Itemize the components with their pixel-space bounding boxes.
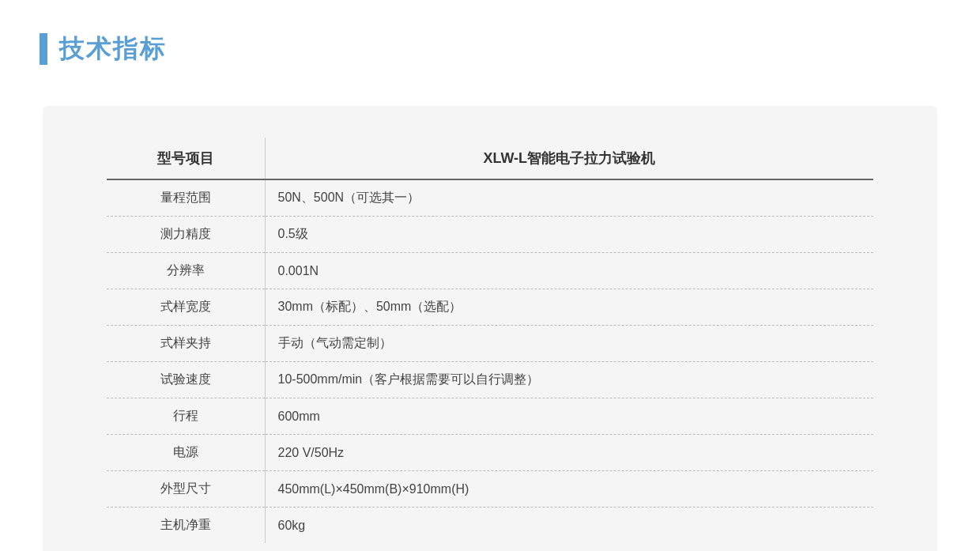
table-row: 行程 600mm bbox=[107, 398, 873, 435]
table-row: 试验速度 10-500mm/min（客户根据需要可以自行调整） bbox=[107, 362, 873, 398]
table-header-row: 型号项目 XLW-L智能电子拉力试验机 bbox=[107, 138, 873, 179]
section-title-text: 技术指标 bbox=[59, 32, 167, 66]
spec-value: 50N、500N（可选其一） bbox=[265, 179, 873, 217]
spec-value: 450mm(L)×450mm(B)×910mm(H) bbox=[265, 471, 873, 508]
spec-value: 10-500mm/min（客户根据需要可以自行调整） bbox=[265, 362, 873, 398]
spec-label: 式样宽度 bbox=[107, 289, 265, 326]
table-row: 式样夹持 手动（气动需定制） bbox=[107, 326, 873, 362]
header-col-model: 型号项目 bbox=[107, 138, 265, 179]
spec-label: 主机净重 bbox=[107, 508, 265, 544]
spec-label: 外型尺寸 bbox=[107, 471, 265, 508]
table-row: 式样宽度 30mm（标配）、50mm（选配） bbox=[107, 289, 873, 326]
specs-table: 型号项目 XLW-L智能电子拉力试验机 量程范围 50N、500N（可选其一） … bbox=[107, 138, 873, 543]
title-accent-bar bbox=[40, 33, 47, 65]
spec-value: 60kg bbox=[265, 508, 873, 544]
spec-label: 分辨率 bbox=[107, 253, 265, 289]
spec-label: 行程 bbox=[107, 398, 265, 435]
spec-label: 量程范围 bbox=[107, 179, 265, 217]
table-row: 测力精度 0.5级 bbox=[107, 217, 873, 253]
section-header: 技术指标 bbox=[40, 32, 940, 66]
table-row: 分辨率 0.001N bbox=[107, 253, 873, 289]
spec-value: 30mm（标配）、50mm（选配） bbox=[265, 289, 873, 326]
spec-label: 式样夹持 bbox=[107, 326, 265, 362]
spec-label: 试验速度 bbox=[107, 362, 265, 398]
table-row: 电源 220 V/50Hz bbox=[107, 435, 873, 471]
spec-value: 手动（气动需定制） bbox=[265, 326, 873, 362]
spec-value: 0.5级 bbox=[265, 217, 873, 253]
table-row: 主机净重 60kg bbox=[107, 508, 873, 544]
header-col-product: XLW-L智能电子拉力试验机 bbox=[265, 138, 873, 179]
spec-value: 0.001N bbox=[265, 253, 873, 289]
table-row: 外型尺寸 450mm(L)×450mm(B)×910mm(H) bbox=[107, 471, 873, 508]
specs-card: 型号项目 XLW-L智能电子拉力试验机 量程范围 50N、500N（可选其一） … bbox=[43, 106, 937, 551]
table-row: 量程范围 50N、500N（可选其一） bbox=[107, 179, 873, 217]
spec-label: 电源 bbox=[107, 435, 265, 471]
spec-label: 测力精度 bbox=[107, 217, 265, 253]
spec-value: 600mm bbox=[265, 398, 873, 435]
spec-value: 220 V/50Hz bbox=[265, 435, 873, 471]
